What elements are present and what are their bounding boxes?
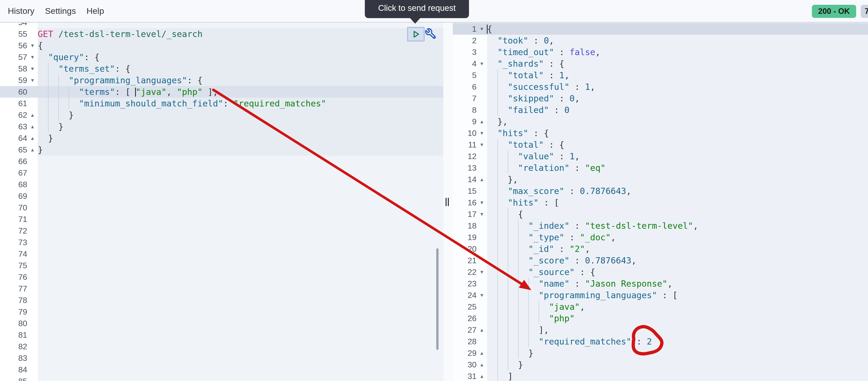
fold-toggle-icon[interactable]: ▾	[476, 266, 487, 278]
fold-toggle-icon[interactable]: ▾	[27, 40, 38, 51]
code-line-81[interactable]: 81	[0, 329, 443, 341]
code-line-57[interactable]: 57▾ "query": {	[0, 51, 443, 63]
code-line-79[interactable]: 79	[0, 306, 443, 318]
send-request-button[interactable]	[407, 27, 425, 41]
code-content: "failed" : 0	[487, 104, 868, 116]
code-line-72[interactable]: 72	[0, 225, 443, 237]
fold-toggle-icon[interactable]: ▴	[27, 109, 38, 121]
code-line-78[interactable]: 78	[0, 294, 443, 306]
code-line-58[interactable]: 58▾ "terms_set": {	[0, 63, 443, 75]
fold-toggle-icon[interactable]: ▾	[27, 63, 38, 75]
code-line-61[interactable]: 61 "minimum_should_match_field": "requir…	[0, 98, 443, 109]
code-content[interactable]	[38, 260, 443, 271]
code-content[interactable]: }	[38, 109, 443, 121]
code-content[interactable]	[38, 167, 443, 179]
line-number: 11	[453, 139, 476, 150]
code-content[interactable]	[38, 179, 443, 190]
code-content[interactable]	[38, 329, 443, 341]
code-content[interactable]: "terms": [ "java", "php" ],	[38, 86, 443, 98]
fold-toggle-icon[interactable]: ▴	[476, 347, 487, 359]
left-scrollbar-thumb[interactable]	[436, 248, 438, 350]
code-line-56[interactable]: 56▾{	[0, 40, 443, 51]
request-options-button[interactable]	[424, 27, 437, 40]
code-line-75[interactable]: 75	[0, 260, 443, 271]
fold-toggle-icon[interactable]: ▴	[476, 371, 487, 381]
code-content[interactable]	[38, 225, 443, 237]
fold-toggle-icon[interactable]: ▴	[27, 133, 38, 144]
code-content[interactable]: }	[38, 144, 443, 155]
fold-slot	[27, 86, 38, 98]
fold-toggle-icon[interactable]: ▾	[476, 58, 487, 69]
code-content[interactable]	[38, 376, 443, 381]
fold-toggle-icon[interactable]: ▾	[476, 127, 487, 139]
fold-toggle-icon[interactable]: ▾	[27, 51, 38, 63]
code-line-64[interactable]: 64▴ }	[0, 133, 443, 144]
code-line-77[interactable]: 77	[0, 283, 443, 294]
indent-guide	[48, 121, 49, 133]
code-line-69[interactable]: 69	[0, 190, 443, 202]
code-content[interactable]	[38, 294, 443, 306]
code-line-71[interactable]: 71	[0, 213, 443, 225]
code-content[interactable]	[38, 248, 443, 260]
fold-toggle-icon[interactable]: ▴	[476, 359, 487, 371]
code-line-65[interactable]: 65▴}	[0, 144, 443, 155]
code-line-59[interactable]: 59▾ "programming_languages": {	[0, 75, 443, 86]
menu-history[interactable]: History	[2, 6, 40, 16]
code-content[interactable]	[38, 318, 443, 329]
code-line-68[interactable]: 68	[0, 179, 443, 190]
fold-toggle-icon[interactable]: ▾	[476, 208, 487, 220]
resize-handle-icon[interactable]	[445, 198, 449, 206]
fold-toggle-icon[interactable]: ▾	[476, 289, 487, 301]
request-editor[interactable]: 5455GET /test-dsl-term-level/_search56▾{…	[0, 23, 443, 381]
menu-settings[interactable]: Settings	[40, 6, 81, 16]
code-content[interactable]	[38, 202, 443, 213]
code-content[interactable]: "minimum_should_match_field": "required_…	[38, 98, 443, 109]
code-content[interactable]: "terms_set": {	[38, 63, 443, 75]
code-content[interactable]: {	[38, 40, 443, 51]
code-line-62[interactable]: 62▴ }	[0, 109, 443, 121]
code-line-80[interactable]: 80	[0, 318, 443, 329]
code-content[interactable]	[38, 190, 443, 202]
code-content[interactable]: GET /test-dsl-term-level/_search	[38, 28, 443, 40]
code-content[interactable]	[38, 23, 443, 28]
code-line-84[interactable]: 84	[0, 364, 443, 376]
code-line-82[interactable]: 82	[0, 341, 443, 352]
code-content[interactable]	[38, 213, 443, 225]
code-content[interactable]: }	[38, 133, 443, 144]
code-line-83[interactable]: 83	[0, 352, 443, 364]
fold-toggle-icon[interactable]: ▾	[27, 75, 38, 86]
code-line-74[interactable]: 74	[0, 248, 443, 260]
code-content[interactable]	[38, 352, 443, 364]
fold-toggle-icon[interactable]: ▴	[27, 121, 38, 133]
fold-toggle-icon[interactable]: ▴	[27, 144, 38, 155]
code-line-60[interactable]: 60 "terms": [ "java", "php" ],	[0, 86, 443, 98]
fold-toggle-icon[interactable]: ▴	[476, 174, 487, 185]
code-line-54[interactable]: 54	[0, 23, 443, 28]
fold-toggle-icon[interactable]: ▴	[476, 116, 487, 127]
code-content[interactable]: "programming_languages": {	[38, 75, 443, 86]
fold-toggle-icon[interactable]: ▴	[476, 324, 487, 336]
fold-slot	[27, 306, 38, 318]
code-line-66[interactable]: 66	[0, 155, 443, 167]
fold-toggle-icon[interactable]: ▾	[476, 23, 487, 35]
menu-help[interactable]: Help	[81, 6, 110, 16]
code-line-76[interactable]: 76	[0, 271, 443, 283]
code-content[interactable]: }	[38, 121, 443, 133]
code-content[interactable]	[38, 341, 443, 352]
code-line-73[interactable]: 73	[0, 237, 443, 248]
code-line-85[interactable]: 85	[0, 376, 443, 381]
code-content[interactable]	[38, 155, 443, 167]
code-content[interactable]: "query": {	[38, 51, 443, 63]
code-line-55[interactable]: 55GET /test-dsl-term-level/_search	[0, 28, 443, 40]
code-content[interactable]	[38, 306, 443, 318]
code-content[interactable]	[38, 271, 443, 283]
fold-toggle-icon[interactable]: ▾	[476, 197, 487, 208]
code-content[interactable]	[38, 364, 443, 376]
code-line-70[interactable]: 70	[0, 202, 443, 213]
fold-toggle-icon[interactable]: ▾	[476, 139, 487, 150]
code-line-67[interactable]: 67	[0, 167, 443, 179]
code-line-63[interactable]: 63▴ }	[0, 121, 443, 133]
code-line-17: 17▾ {	[453, 208, 868, 220]
code-content[interactable]	[38, 283, 443, 294]
code-content[interactable]	[38, 237, 443, 248]
